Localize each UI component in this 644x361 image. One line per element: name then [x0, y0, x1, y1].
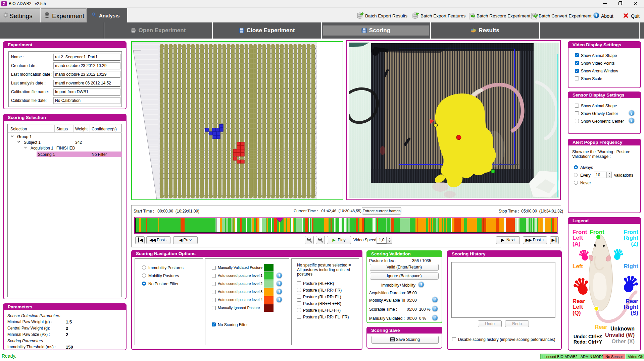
svg-text:Left: Left: [573, 235, 583, 241]
svg-text:(Z): (Z): [631, 241, 638, 247]
svg-text:i: i: [596, 13, 597, 18]
svg-text:Undo: Ctrl+Z: Undo: Ctrl+Z: [574, 334, 602, 339]
svg-text:Other (X): Other (X): [612, 339, 635, 344]
svg-text:Left: Left: [573, 263, 583, 269]
svg-text:Right: Right: [624, 263, 639, 269]
svg-text:Redo: Ctrl+Y: Redo: Ctrl+Y: [574, 339, 602, 345]
svg-text:Right: Right: [624, 304, 639, 310]
svg-text:Rear: Rear: [595, 324, 607, 330]
svg-text:(Q): (Q): [573, 310, 581, 316]
svg-text:(S): (S): [631, 310, 638, 316]
svg-text:Front: Front: [590, 229, 604, 235]
svg-text:Unvalid (W): Unvalid (W): [605, 332, 635, 338]
svg-text:Right: Right: [624, 235, 639, 241]
svg-text:Z: Z: [3, 2, 5, 6]
svg-text:Unknown: Unknown: [610, 326, 635, 332]
svg-text:Left: Left: [573, 304, 583, 310]
svg-text:(A): (A): [573, 241, 581, 247]
